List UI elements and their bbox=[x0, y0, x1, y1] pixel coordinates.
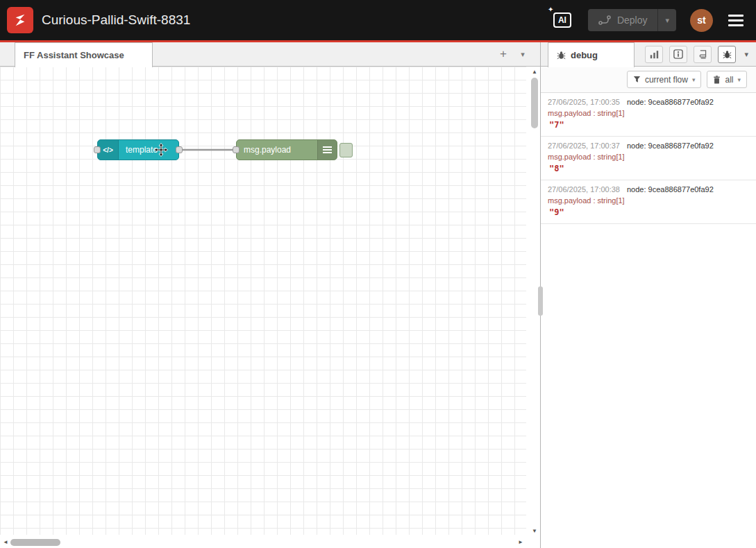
flowfuse-logo-glyph bbox=[12, 12, 28, 28]
flow-tab-label: FF Assistant Showcase bbox=[24, 50, 124, 60]
debug-message[interactable]: 27/06/2025, 17:00:35 node: 9cea886877e0f… bbox=[541, 93, 756, 137]
deploy-options-chevron[interactable]: ▾ bbox=[657, 9, 676, 31]
message-property[interactable]: msg.payload : string[1] bbox=[548, 196, 749, 205]
message-value: "9" bbox=[548, 207, 749, 217]
scroll-up-arrow[interactable]: ▲ bbox=[530, 68, 539, 76]
debug-message[interactable]: 27/06/2025, 17:00:37 node: 9cea886877e0f… bbox=[541, 137, 756, 180]
workspace: FF Assistant Showcase + ▾ </> templa bbox=[0, 42, 541, 548]
message-timestamp: 27/06/2025, 17:00:35 bbox=[548, 98, 620, 106]
book-icon bbox=[698, 50, 707, 59]
debug-toolbar: current flow ▾ all ▾ bbox=[541, 67, 756, 93]
main-menu-button[interactable] bbox=[727, 12, 745, 29]
debug-clear-label: all bbox=[725, 75, 733, 85]
flow-canvas[interactable]: </> template msg.payload bbox=[0, 67, 540, 548]
debug-node-icon bbox=[317, 140, 337, 160]
tab-dashboard-button[interactable] bbox=[645, 46, 663, 63]
template-node-label: template bbox=[119, 145, 165, 155]
message-timestamp: 27/06/2025, 17:00:38 bbox=[548, 185, 620, 194]
message-node-id: node: 9cea886877e0fa92 bbox=[627, 185, 714, 194]
node-red-app: Curious-Pallid-Swift-8831 ✦ AI Deploy ▾ bbox=[0, 0, 756, 548]
template-node[interactable]: </> template bbox=[97, 139, 179, 160]
debug-input-port[interactable] bbox=[233, 146, 240, 153]
message-property[interactable]: msg.payload : string[1] bbox=[548, 109, 749, 117]
tab-debug-label: debug bbox=[571, 50, 598, 60]
debug-node-label: msg.payload bbox=[237, 145, 298, 155]
deploy-label: Deploy bbox=[617, 15, 648, 26]
template-node-icon: </> bbox=[98, 140, 119, 160]
debug-filter-label: current flow bbox=[645, 75, 688, 85]
debug-toggle-button[interactable] bbox=[339, 143, 353, 157]
sidebar-tabbar: debug bbox=[541, 42, 756, 67]
vertical-scroll-thumb[interactable] bbox=[531, 78, 538, 128]
flow-tab[interactable]: FF Assistant Showcase bbox=[15, 42, 153, 67]
template-output-port[interactable] bbox=[176, 146, 183, 153]
tab-info-button[interactable] bbox=[669, 46, 687, 63]
message-node-id: node: 9cea886877e0fa92 bbox=[627, 98, 714, 106]
tab-help-button[interactable] bbox=[694, 46, 712, 63]
message-property[interactable]: msg.payload : string[1] bbox=[548, 153, 749, 161]
ai-label: AI bbox=[553, 12, 571, 28]
debug-clear-button[interactable]: all ▾ bbox=[707, 71, 747, 88]
canvas-grid bbox=[0, 67, 526, 535]
content: FF Assistant Showcase + ▾ </> templa bbox=[0, 42, 756, 548]
debug-message[interactable]: 27/06/2025, 17:00:38 node: 9cea886877e0f… bbox=[541, 180, 756, 224]
info-icon bbox=[673, 49, 683, 59]
scroll-left-arrow[interactable]: ◄ bbox=[1, 538, 10, 547]
tab-debug[interactable]: debug bbox=[548, 42, 635, 67]
sidebar-splitter-handle[interactable] bbox=[538, 286, 543, 316]
header-actions: ✦ AI Deploy ▾ st bbox=[553, 9, 745, 32]
debug-node[interactable]: msg.payload bbox=[236, 139, 337, 160]
header: Curious-Pallid-Swift-8831 ✦ AI Deploy ▾ bbox=[0, 0, 756, 42]
sparkle-icon: ✦ bbox=[548, 6, 553, 13]
template-input-port[interactable] bbox=[94, 146, 101, 153]
debug-filter-button[interactable]: current flow ▾ bbox=[627, 71, 702, 88]
bug-icon bbox=[723, 50, 732, 59]
debug-message-list: 27/06/2025, 17:00:35 node: 9cea886877e0f… bbox=[541, 93, 756, 224]
page-title: Curious-Pallid-Swift-8831 bbox=[42, 12, 190, 28]
canvas-horizontal-scrollbar[interactable]: ◄ ► bbox=[1, 538, 525, 547]
ai-assistant-button[interactable]: ✦ AI bbox=[553, 12, 571, 28]
sidebar-tabs-chevron[interactable]: ▾ bbox=[742, 50, 750, 59]
deploy-button[interactable]: Deploy ▾ bbox=[588, 9, 676, 31]
bug-icon bbox=[557, 51, 566, 60]
add-flow-button[interactable]: + bbox=[496, 46, 511, 62]
flowfuse-logo bbox=[7, 7, 33, 33]
bar-chart-icon bbox=[650, 50, 659, 59]
scroll-right-arrow[interactable]: ► bbox=[516, 538, 525, 547]
deploy-icon bbox=[598, 15, 611, 25]
workspace-tabbar: FF Assistant Showcase + ▾ bbox=[0, 42, 540, 67]
message-node-id: node: 9cea886877e0fa92 bbox=[627, 142, 714, 150]
user-avatar[interactable]: st bbox=[690, 9, 713, 32]
trash-icon bbox=[713, 76, 721, 84]
message-timestamp: 27/06/2025, 17:00:37 bbox=[548, 142, 620, 150]
horizontal-scroll-thumb[interactable] bbox=[10, 539, 60, 546]
message-value: "8" bbox=[548, 164, 749, 173]
message-value: "7" bbox=[548, 120, 749, 130]
tab-debug-icon-button[interactable] bbox=[718, 46, 736, 63]
flow-list-chevron[interactable]: ▾ bbox=[515, 46, 530, 62]
filter-icon bbox=[633, 76, 641, 83]
sidebar: debug bbox=[541, 42, 756, 548]
scroll-down-arrow[interactable]: ▼ bbox=[530, 527, 539, 536]
